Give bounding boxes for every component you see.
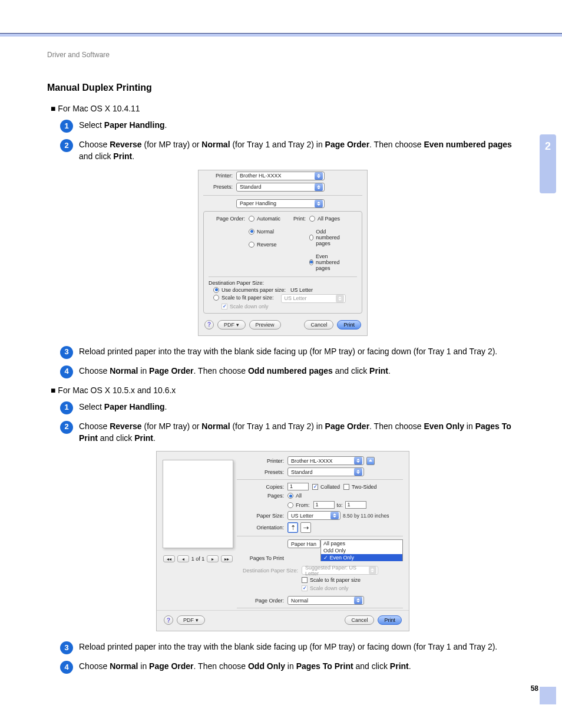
orientation-label: Orientation: xyxy=(237,525,287,531)
pdf-button[interactable]: PDF ▾ xyxy=(217,320,246,330)
pages-label: Pages: xyxy=(237,493,287,499)
step-a2: 2 Choose Reverse (for MP tray) or Normal… xyxy=(60,139,518,163)
printer-label: Printer: xyxy=(237,458,287,464)
nav-first-button[interactable]: ◂◂ xyxy=(163,555,175,562)
popup-arrows-icon xyxy=(315,200,323,207)
orientation-portrait-button[interactable]: ⇡ xyxy=(287,522,298,533)
step-b1: 1 Select Paper Handling. xyxy=(60,401,518,414)
step-number-icon: 3 xyxy=(60,641,73,654)
scale-down-only-checkbox: Scale down only xyxy=(302,585,349,591)
pages-from-radio[interactable]: From: xyxy=(287,502,310,508)
nav-next-button[interactable]: ▸ xyxy=(207,555,219,562)
paper-size-note: 8.50 by 11.00 inches xyxy=(343,513,389,519)
print-all-radio[interactable]: All Pages xyxy=(309,216,349,222)
step-a4: 4 Choose Normal in Page Order. Then choo… xyxy=(60,365,518,378)
pages-to-input[interactable]: 1 xyxy=(345,501,366,509)
print-even-radio[interactable]: Even numbered pages xyxy=(309,253,349,271)
printer-popup[interactable]: Brother HL-XXXX xyxy=(236,172,325,180)
step-number-icon: 3 xyxy=(60,346,73,359)
pages-from-input[interactable]: 1 xyxy=(313,501,335,509)
print-button[interactable]: Print xyxy=(337,320,361,330)
nav-page-indicator: 1 of 1 xyxy=(191,556,205,562)
page-order-popup[interactable]: Normal xyxy=(287,596,364,605)
step-b4: 4 Choose Normal in Page Order. Then choo… xyxy=(60,660,518,674)
os-105-header: For Mac OS X 10.5.x and 10.6.x xyxy=(51,386,518,395)
step-b2: 2 Choose Reverse (for MP tray) or Normal… xyxy=(60,420,518,444)
menu-odd-only[interactable]: Odd Only xyxy=(320,547,403,554)
step-number-icon: 4 xyxy=(60,661,73,674)
printer-label: Printer: xyxy=(203,173,236,179)
scale-down-only-checkbox: Scale down only xyxy=(222,304,269,309)
menu-all-pages[interactable]: All pages xyxy=(320,539,403,547)
popup-arrows-icon xyxy=(369,566,376,574)
print-dialog-105: ◂◂ ◂ 1 of 1 ▸ ▸▸ Printer: Brother HL-XXX… xyxy=(156,451,409,631)
help-button[interactable]: ? xyxy=(204,320,214,330)
dest-use-doc-radio[interactable]: Use documents paper size:US Letter xyxy=(213,287,353,293)
step-number-icon: 1 xyxy=(60,401,73,414)
step-a3: 3 Reload printed paper into the tray wit… xyxy=(60,345,518,359)
presets-label: Presets: xyxy=(203,184,236,190)
header-bar xyxy=(0,33,562,37)
page-number-bar xyxy=(540,687,556,704)
page-order-automatic-radio[interactable]: Automatic xyxy=(249,216,280,222)
print-dialog-104: Printer: Brother HL-XXXX Presets: Standa… xyxy=(198,170,368,336)
popup-arrows-icon xyxy=(336,295,344,302)
dest-paper-size-popup: Suggested Paper: US Letter xyxy=(302,566,378,575)
dest-paper-size-label: Destination Paper Size: xyxy=(237,568,302,574)
nav-last-button[interactable]: ▸▸ xyxy=(221,555,233,562)
page-order-label: Page Order: xyxy=(237,598,287,604)
two-sided-checkbox[interactable]: Two-Sided xyxy=(343,484,377,490)
preview-sheet xyxy=(163,460,233,548)
section-title: Manual Duplex Printing xyxy=(47,83,518,93)
paper-size-label: Paper Size: xyxy=(237,513,287,519)
step-a1: 1 Select Paper Handling. xyxy=(60,119,518,133)
popup-arrows-icon xyxy=(354,468,362,476)
preview-pane: ◂◂ ◂ 1 of 1 ▸ ▸▸ xyxy=(157,455,237,610)
cancel-button[interactable]: Cancel xyxy=(345,615,374,625)
dest-scale-radio[interactable]: Scale to fit paper size: xyxy=(213,295,274,301)
scale-to-fit-checkbox[interactable]: Scale to fit paper size xyxy=(302,577,361,583)
pages-to-print-menu[interactable]: All pages Odd Only ✓ Even Only xyxy=(320,539,403,561)
popup-arrows-icon xyxy=(315,183,323,191)
chapter-tab: 2 xyxy=(540,134,556,193)
printer-popup[interactable]: Brother HL-XXXX xyxy=(287,456,364,465)
popup-arrows-icon xyxy=(354,457,362,465)
dest-paper-size-label: Destination Paper Size: xyxy=(209,280,357,286)
pages-all-radio[interactable]: All xyxy=(287,493,302,499)
page-order-reverse-radio[interactable]: Reverse xyxy=(249,242,280,248)
presets-popup[interactable]: Standard xyxy=(287,467,364,476)
pdf-button[interactable]: PDF ▾ xyxy=(177,615,205,625)
page-content: Manual Duplex Printing For Mac OS X 10.4… xyxy=(47,83,518,674)
print-button[interactable]: Print xyxy=(378,615,402,625)
collated-checkbox[interactable]: Collated xyxy=(312,484,340,490)
page-order-label: Page Order: xyxy=(213,216,249,249)
step-number-icon: 2 xyxy=(60,421,73,434)
breadcrumb: Driver and Software xyxy=(47,51,110,59)
step-number-icon: 4 xyxy=(60,365,73,378)
paper-size-popup[interactable]: US Letter xyxy=(287,511,340,520)
copies-label: Copies: xyxy=(237,484,287,490)
help-button[interactable]: ? xyxy=(164,615,173,625)
pages-to-print-label: Pages To Print xyxy=(237,555,287,561)
cancel-button[interactable]: Cancel xyxy=(304,320,333,330)
section-popup[interactable]: Paper Handling xyxy=(236,199,325,208)
popup-arrows-icon xyxy=(330,512,339,519)
collapse-button[interactable] xyxy=(366,457,375,465)
copies-input[interactable]: 1 xyxy=(287,483,309,490)
menu-even-only[interactable]: ✓ Even Only xyxy=(320,554,403,561)
step-b3: 3 Reload printed paper into the tray wit… xyxy=(60,641,518,654)
presets-popup[interactable]: Standard xyxy=(236,183,325,192)
page-order-normal-radio[interactable]: Normal xyxy=(249,229,280,235)
step-number-icon: 2 xyxy=(60,139,73,152)
orientation-landscape-button[interactable]: ⇢ xyxy=(300,522,311,533)
step-number-icon: 1 xyxy=(60,120,73,133)
presets-label: Presets: xyxy=(237,469,287,475)
nav-prev-button[interactable]: ◂ xyxy=(177,555,189,562)
page-number: 58 xyxy=(531,684,538,693)
print-odd-radio[interactable]: Odd numbered pages xyxy=(309,229,349,246)
popup-arrows-icon xyxy=(354,597,362,604)
os-104-header: For Mac OS X 10.4.11 xyxy=(51,104,518,113)
section-popup[interactable]: Paper Han xyxy=(287,539,320,548)
preview-button[interactable]: Preview xyxy=(249,320,281,330)
popup-arrows-icon xyxy=(315,172,323,180)
